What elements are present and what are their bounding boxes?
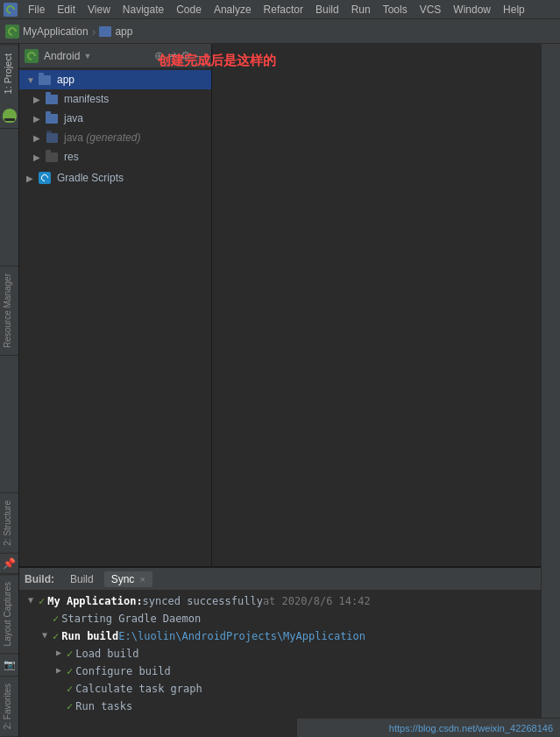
project-name[interactable]: MyApplication [23,25,89,38]
android-face-icon[interactable] [0,103,18,129]
menu-build[interactable]: Build [310,2,344,18]
tab-favorites[interactable]: 2: Favorites [0,676,18,737]
tree-label-app: app [57,74,74,86]
check-4: ✓ [67,665,73,677]
tab-build[interactable]: Build [63,571,101,587]
build-synced-text: synced successfully [143,595,263,607]
tree-item-java[interactable]: ▶ java [19,109,211,128]
pin-icon[interactable]: 📌 [0,553,18,574]
tab-layout-captures[interactable]: Layout Captures [0,574,18,654]
project-tree: ▼ app ▶ manifests ▶ java [19,68,211,566]
menu-refactor[interactable]: Refactor [259,2,308,18]
main-area: 1: Project Resource Manager 2: Structure… [0,44,560,737]
gear-icon[interactable]: ⚙ [181,49,191,62]
build-line-2: ▼ ✓ Run build E:\luolin\AndroidProjects\… [25,629,535,647]
tree-item-manifests[interactable]: ▶ manifests [19,89,211,109]
tab-sync-label: Sync [111,573,135,585]
tree-arrow-res: ▶ [33,152,42,162]
build-run-tasks: Run tasks [75,700,132,712]
tree-label-res: res [64,151,79,163]
folder-icon-java [46,114,58,124]
expand-btn-2[interactable]: ▼ [42,630,53,640]
build-load-build: Load build [75,648,138,660]
close-panel-icon[interactable]: — [195,49,206,62]
tab-structure[interactable]: 2: Structure [0,493,18,554]
check-5: ✓ [67,683,73,695]
android-dropdown[interactable]: Android ▼ [44,50,91,62]
build-configure: Configure build [75,665,170,677]
check-0: ✓ [39,595,45,607]
tree-item-gradle[interactable]: ▶ Gradle Scripts [19,168,211,188]
tree-item-app[interactable]: ▼ app [19,70,211,89]
tab-project[interactable]: 1: Project [0,44,18,103]
build-gradle-daemon: Starting Gradle Daemon [61,613,201,625]
menu-edit[interactable]: Edit [52,2,81,18]
content-area: Android ▼ ⊕ ⇌ ⚙ — 创建完成后是这样的 [19,44,541,737]
android-dropdown-label: Android [44,50,80,62]
toolbar-separator: › [92,25,96,39]
tree-label-gradle: Gradle Scripts [57,172,124,184]
build-run-build: Run build [61,630,118,642]
tree-item-java-generated[interactable]: ▶ java (generated) [19,128,211,147]
expand-btn-0[interactable]: ▼ [28,595,39,605]
menu-file[interactable]: File [23,2,50,18]
tree-arrow-java: ▶ [33,114,42,124]
tree-label-java-gen: java (generated) [64,131,140,144]
build-line-0: ▼ ✓ My Application: synced successfully … [25,594,535,612]
left-panel-spacer2 [0,356,18,493]
build-line-1: ✓ Starting Gradle Daemon [25,612,535,629]
build-line-6: ✓ Run tasks [25,699,535,717]
menu-view[interactable]: View [82,2,116,18]
main-split: Android ▼ ⊕ ⇌ ⚙ — 创建完成后是这样的 [19,44,541,566]
expand-btn-4[interactable]: ▶ [56,665,67,675]
left-panel: 1: Project Resource Manager 2: Structure… [0,44,19,737]
menu-navigate[interactable]: Navigate [117,2,169,18]
status-bar: https://blog.csdn.net/weixin_42268146 [297,718,560,737]
horizontal-split-icon[interactable]: ⇌ [167,49,177,62]
camera-icon[interactable]: 📷 [0,655,18,676]
header-icons: ⊕ ⇌ ⚙ — [154,49,206,62]
tab-resource-manager[interactable]: Resource Manager [0,266,18,356]
check-6: ✓ [67,700,73,712]
bottom-panel: Build: Build Sync × ▼ ✓ My Application: … [19,566,541,737]
tree-arrow-gradle: ▶ [26,174,35,183]
tree-arrow-app: ▼ [26,75,35,85]
menu-window[interactable]: Window [448,2,496,18]
bottom-tabs: Build: Build Sync × [19,568,541,591]
tree-item-res[interactable]: ▶ res [19,147,211,167]
tree-arrow-manifests: ▶ [33,95,42,104]
android-logo [25,49,39,63]
build-line-5: ✓ Calculate task graph [25,682,535,699]
project-panel: Android ▼ ⊕ ⇌ ⚙ — 创建完成后是这样的 [19,44,212,566]
folder-icon-manifests [46,95,58,104]
menu-vcs[interactable]: VCS [415,2,447,18]
check-2: ✓ [53,630,59,642]
build-project-link[interactable]: E:\luolin\AndroidProjects\MyApplication [118,630,365,642]
tree-label-manifests: manifests [64,93,109,105]
java-gen-icon [46,131,58,144]
build-line-4: ▶ ✓ Configure build [25,664,535,682]
bottom-content: ▼ ✓ My Application: synced successfully … [19,591,541,737]
dropdown-arrow: ▼ [83,52,91,60]
globe-icon[interactable]: ⊕ [154,49,164,62]
tab-sync[interactable]: Sync × [104,571,152,587]
expand-btn-3[interactable]: ▶ [56,648,67,657]
project-name-text: MyApplication [23,25,89,38]
app-icon [4,3,18,17]
module-name[interactable]: app [115,25,132,38]
check-1: ✓ [53,613,59,625]
tab-sync-close[interactable]: × [139,574,145,585]
build-line-3: ▶ ✓ Load build [25,647,535,664]
check-3: ✓ [67,648,73,660]
bottom-tab-label: Build: [25,573,54,585]
status-link[interactable]: https://blog.csdn.net/weixin_42268146 [389,723,553,733]
build-app-name: My Application: [47,595,142,607]
menu-help[interactable]: Help [498,2,530,18]
build-calc-graph: Calculate task graph [75,683,202,695]
project-panel-header: Android ▼ ⊕ ⇌ ⚙ — [19,44,211,68]
menu-tools[interactable]: Tools [378,2,413,18]
menu-analyze[interactable]: Analyze [209,2,257,18]
menu-code[interactable]: Code [171,2,207,18]
editor-empty [212,44,541,566]
menu-run[interactable]: Run [346,2,376,18]
